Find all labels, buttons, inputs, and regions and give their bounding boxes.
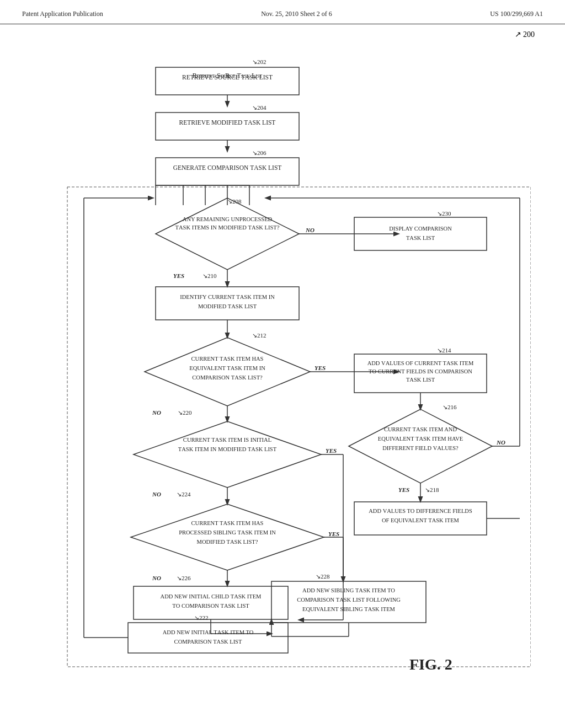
svg-text:PROCESSED 
        SIBLING 
  : PROCESSED SIBLING TASK ITEM IN xyxy=(179,529,276,536)
svg-text:↘228: ↘228 xyxy=(316,573,330,580)
svg-text:↘202: ↘202 xyxy=(252,58,266,65)
svg-text:TO 
        COMPARISON 
      : TO COMPARISON TASK LIST xyxy=(172,603,249,609)
svg-text:FIG. 2: FIG. 2 xyxy=(409,656,452,673)
svg-text:ADD 
        NEW 
        SIBL: ADD NEW SIBLING TASK ITEM TO xyxy=(302,587,395,593)
svg-text:DISPLAY 
        COMPARISON: DISPLAY COMPARISON xyxy=(389,226,452,232)
svg-text:ANY 
        REMAINING 
      : ANY REMAINING UNPROCESSED xyxy=(183,216,273,222)
svg-text:↘222: ↘222 xyxy=(194,614,209,621)
svg-rect-7 xyxy=(156,113,299,140)
svg-marker-21 xyxy=(156,198,299,270)
svg-text:CURRENT 
        TASK 
       : CURRENT TASK ITEM AND xyxy=(384,426,457,432)
svg-text:COMPARISON 
        TASK 
    : COMPARISON TASK LIST FOLLOWING xyxy=(297,597,401,603)
svg-marker-80 xyxy=(131,504,324,570)
ref-200-label: ↗ 200 xyxy=(515,30,535,39)
svg-text:OF 
        EQUIVALENT 
      : OF EQUIVALENT TASK ITEM xyxy=(382,517,460,523)
svg-text:MODIFIED 
        TASK 
      : MODIFIED TASK LIST xyxy=(198,303,257,309)
page: Patent Application Publication Nov. 25, … xyxy=(0,0,565,728)
svg-text:COMPARISON 
        TASK 
    : COMPARISON TASK LIST? xyxy=(192,374,263,381)
svg-text:IDENTIFY 
        CURRENT 
   : IDENTIFY CURRENT TASK ITEM IN xyxy=(180,294,275,300)
svg-text:DIFFERENT 
        FIELD 
    : DIFFERENT FIELD VALUES? xyxy=(382,445,459,451)
svg-text:TASK 
        ITEMS IN 
      : TASK ITEMS IN MODIFIED TASK LIST? xyxy=(175,224,280,231)
page-header: Patent Application Publication Nov. 25, … xyxy=(0,0,565,24)
svg-text:CURRENT 
        TASK 
       : CURRENT TASK ITEM IS INITIAL xyxy=(183,437,271,443)
svg-text:↘214: ↘214 xyxy=(437,347,451,354)
svg-rect-11 xyxy=(156,158,299,185)
svg-text:YES: YES xyxy=(173,272,184,279)
svg-text:YES: YES xyxy=(398,486,409,493)
header-publication: Patent Application Publication xyxy=(22,10,103,18)
svg-text:TASK 
        LIST: TASK LIST xyxy=(406,235,435,241)
svg-text:EQUIVALENT 
        SIBLING 
 : EQUIVALENT SIBLING TASK ITEM xyxy=(302,606,396,612)
svg-text:RETRIEVE 
        SOURCE 
    : RETRIEVE SOURCE TASK LIST xyxy=(182,74,273,81)
svg-text:NO: NO xyxy=(496,439,505,446)
svg-text:RETRIEVE 
        MODIFIED 
  : RETRIEVE MODIFIED TASK LIST xyxy=(179,119,276,126)
svg-text:↘216: ↘216 xyxy=(443,404,457,410)
svg-text:↘206: ↘206 xyxy=(252,149,266,156)
svg-text:NO: NO xyxy=(152,575,161,581)
svg-rect-13 xyxy=(67,187,531,667)
svg-text:↘230: ↘230 xyxy=(437,210,451,217)
svg-text:ADD 
        NEW 
        INIT: ADD NEW INITIAL CHILD TASK ITEM xyxy=(161,593,262,599)
svg-text:YES: YES xyxy=(315,365,326,371)
flowchart-svg: ↘202 R Retrieve Source Task List RETRIEV… xyxy=(34,35,531,697)
svg-text:EQUIVALENT 
        TASK 
    : EQUIVALENT TASK ITEM IN xyxy=(189,365,265,371)
svg-text:↘204: ↘204 xyxy=(252,104,266,111)
svg-text:↘218: ↘218 xyxy=(425,486,439,493)
svg-text:TASK 
        LIST: TASK LIST xyxy=(406,377,435,383)
svg-text:YES: YES xyxy=(326,447,337,454)
svg-text:ADD 
        NEW 
        INIT: ADD NEW INITIAL TASK ITEM TO xyxy=(163,629,254,635)
svg-text:NO: NO xyxy=(152,491,161,497)
svg-text:NO: NO xyxy=(152,409,161,416)
svg-marker-69 xyxy=(134,421,321,488)
svg-marker-34 xyxy=(145,338,310,406)
svg-text:↘226: ↘226 xyxy=(177,575,191,581)
svg-text:GENERATE 
        COMPARISON 
: GENERATE COMPARISON TASK LIST xyxy=(173,164,282,171)
header-date-sheet: Nov. 25, 2010 Sheet 2 of 6 xyxy=(261,10,332,18)
header-patent-number: US 100/299,669 A1 xyxy=(490,10,543,18)
svg-text:NO: NO xyxy=(305,227,315,233)
svg-text:TASK 
        ITEM IN 
       : TASK ITEM IN MODIFIED TASK LIST xyxy=(178,446,277,452)
svg-text:EQUIVALENT 
        TASK 
    : EQUIVALENT TASK ITEM HAVE xyxy=(378,436,463,442)
svg-text:TO 
        CURRENT 
        F: TO CURRENT FIELDS IN COMPARISON xyxy=(369,368,472,374)
svg-text:ADD 
        VALUES OF 
      : ADD VALUES OF CURRENT TASK ITEM xyxy=(367,360,474,366)
svg-text:CURRENT 
        TASK 
       : CURRENT TASK ITEM HAS xyxy=(191,356,264,362)
svg-text:CURRENT 
        TASK 
       : CURRENT TASK ITEM HAS xyxy=(191,520,264,526)
svg-text:↘224: ↘224 xyxy=(177,491,191,497)
svg-text:↘212: ↘212 xyxy=(252,332,266,339)
svg-text:MODIFIED 
        TASK 
      : MODIFIED TASK LIST? xyxy=(197,539,258,545)
diagram-area: ↗ 200 ↘202 R Retrieve Source Task List R… xyxy=(0,24,565,708)
svg-text:↘220: ↘220 xyxy=(178,409,192,416)
svg-rect-103 xyxy=(128,623,288,653)
svg-text:ADD 
        VALUES TO 
      : ADD VALUES TO DIFFERENCE FIELDS xyxy=(369,508,472,514)
svg-text:COMPARISON 
        TASK 
    : COMPARISON TASK LIST xyxy=(174,639,242,645)
svg-text:↘210: ↘210 xyxy=(202,272,217,279)
svg-text:YES: YES xyxy=(328,531,339,537)
